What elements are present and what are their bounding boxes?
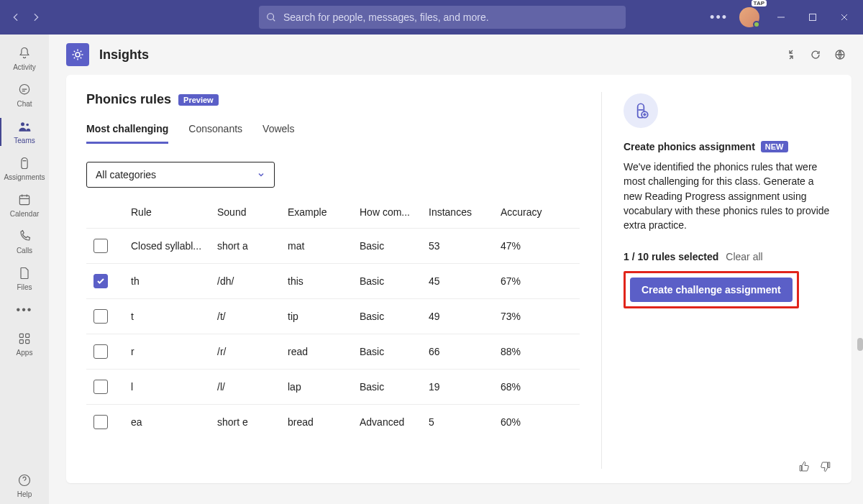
search-input[interactable] <box>259 6 626 29</box>
svg-point-3 <box>21 122 24 126</box>
clear-all-link[interactable]: Clear all <box>726 251 762 262</box>
section-title: Phonics rules <box>86 92 171 107</box>
minimize-button[interactable] <box>771 7 791 27</box>
rail-assignments[interactable]: Assignments <box>0 150 49 187</box>
svg-rect-5 <box>19 196 29 205</box>
cell-instances: 49 <box>429 311 501 322</box>
help-icon <box>16 472 33 489</box>
new-badge: NEW <box>761 141 788 152</box>
phonics-icon <box>624 93 658 128</box>
cell-sound: /l/ <box>217 381 288 393</box>
cell-accuracy: 47% <box>501 240 565 252</box>
row-checkbox[interactable] <box>93 380 108 394</box>
tab-most-challenging[interactable]: Most challenging <box>86 123 168 144</box>
category-dropdown[interactable]: All categories <box>86 162 275 188</box>
more-button[interactable]: ••• <box>710 10 728 25</box>
close-button[interactable] <box>834 7 854 27</box>
cell-example: lap <box>288 381 360 393</box>
cell-sound: /dh/ <box>217 275 288 287</box>
col-accuracy[interactable]: Accuracy <box>501 206 565 218</box>
row-checkbox[interactable] <box>93 309 108 324</box>
table-row[interactable]: t /t/ tip Basic 49 73% <box>86 298 580 334</box>
maximize-button[interactable] <box>803 7 823 27</box>
rail-calendar[interactable]: Calendar <box>0 187 49 224</box>
rail-label: Help <box>17 490 32 498</box>
table-row[interactable]: Closed syllabl... short a mat Basic 53 4… <box>86 228 580 263</box>
forward-button[interactable] <box>29 10 43 24</box>
side-description: We've identified the phonics rules that … <box>624 160 831 232</box>
col-rule[interactable]: Rule <box>131 206 217 218</box>
presence-icon <box>753 21 760 28</box>
thumbs-up-button[interactable] <box>798 460 811 473</box>
create-assignment-button[interactable]: Create challenge assignment <box>630 278 793 302</box>
file-icon <box>16 265 33 282</box>
chat-icon <box>16 81 33 98</box>
cell-how: Basic <box>360 346 429 357</box>
back-button[interactable] <box>9 10 23 24</box>
rail-more[interactable]: ••• <box>0 297 49 326</box>
main: Insights Phonics rules Preview Most chal… <box>49 35 863 504</box>
col-how[interactable]: How com... <box>360 206 429 218</box>
row-checkbox[interactable] <box>93 239 108 253</box>
tabs: Most challenging Consonants Vowels <box>86 123 580 145</box>
phone-icon <box>16 228 33 245</box>
more-icon: ••• <box>16 301 33 319</box>
cell-example: bread <box>288 416 360 428</box>
cell-rule: th <box>131 275 217 287</box>
svg-rect-7 <box>26 334 29 337</box>
cell-rule: t <box>131 311 217 322</box>
row-checkbox[interactable] <box>93 274 108 288</box>
cell-how: Basic <box>360 311 429 322</box>
table-row[interactable]: th /dh/ this Basic 45 67% <box>86 263 580 298</box>
col-instances[interactable]: Instances <box>429 206 501 218</box>
scrollbar[interactable] <box>857 338 863 351</box>
svg-rect-9 <box>26 340 29 344</box>
tab-consonants[interactable]: Consonants <box>188 123 242 144</box>
side-title: Create phonics assignment <box>624 141 755 152</box>
rail-help[interactable]: Help <box>0 467 49 504</box>
col-example[interactable]: Example <box>288 206 360 218</box>
table-row[interactable]: ea short e bread Advanced 5 60% <box>86 404 580 439</box>
rail-calls[interactable]: Calls <box>0 224 49 260</box>
bell-icon <box>16 45 33 62</box>
rail-label: Chat <box>17 100 32 108</box>
rail-teams[interactable]: Teams <box>0 114 49 150</box>
app-rail: Activity Chat Teams Assignments Calendar… <box>0 35 49 504</box>
cell-rule: Closed syllabl... <box>131 240 217 252</box>
cell-accuracy: 68% <box>501 381 565 393</box>
refresh-button[interactable] <box>810 49 821 60</box>
col-sound[interactable]: Sound <box>217 206 288 218</box>
table-header: Rule Sound Example How com... Instances … <box>86 199 580 228</box>
cell-accuracy: 60% <box>501 416 565 428</box>
svg-point-0 <box>268 14 274 20</box>
table-row[interactable]: r /r/ read Basic 66 88% <box>86 334 580 369</box>
popout-button[interactable] <box>834 49 846 60</box>
collapse-button[interactable] <box>785 49 797 60</box>
rail-label: Assignments <box>4 173 45 181</box>
tab-vowels[interactable]: Vowels <box>262 123 294 144</box>
cell-instances: 45 <box>429 275 501 287</box>
rail-activity[interactable]: Activity <box>0 40 49 77</box>
rail-chat[interactable]: Chat <box>0 77 49 114</box>
rail-files[interactable]: Files <box>0 260 49 297</box>
avatar[interactable]: TAP <box>739 7 759 27</box>
rail-label: Calls <box>17 247 32 255</box>
avatar-badge: TAP <box>752 0 767 6</box>
cell-instances: 66 <box>429 346 501 357</box>
cell-rule: r <box>131 346 217 357</box>
thumbs-down-button[interactable] <box>818 460 831 473</box>
row-checkbox[interactable] <box>93 344 108 359</box>
svg-rect-6 <box>19 334 23 337</box>
side-panel: Create phonics assignment NEW We've iden… <box>601 92 831 469</box>
rail-label: Apps <box>17 349 33 357</box>
cell-accuracy: 73% <box>501 311 565 322</box>
cell-sound: short a <box>217 240 288 252</box>
app-header: Insights <box>49 35 863 75</box>
rules-table: Rule Sound Example How com... Instances … <box>86 199 580 439</box>
rail-apps[interactable]: Apps <box>0 326 49 362</box>
svg-rect-1 <box>810 14 816 21</box>
cell-rule: ea <box>131 416 217 428</box>
calendar-icon <box>16 191 33 209</box>
row-checkbox[interactable] <box>93 415 108 429</box>
table-row[interactable]: l /l/ lap Basic 19 68% <box>86 369 580 404</box>
